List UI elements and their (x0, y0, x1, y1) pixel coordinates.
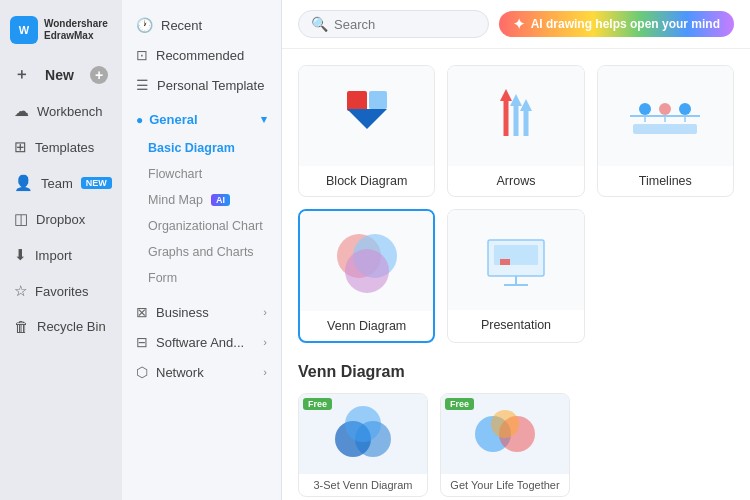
mid-graphs[interactable]: Graphs and Charts (122, 239, 281, 265)
mid-software[interactable]: ⊟ Software And... › (122, 327, 281, 357)
svg-rect-0 (347, 91, 367, 111)
personal-icon: ☰ (136, 77, 149, 93)
software-icon: ⊟ (136, 334, 148, 350)
mind-map-label: Mind Map (148, 193, 203, 207)
timelines-thumb (598, 66, 733, 166)
business-arrow-icon: › (263, 306, 267, 318)
favorites-label: Favorites (35, 284, 88, 299)
ai-banner[interactable]: ✦ AI drawing helps open your mind (499, 11, 734, 37)
svg-point-12 (679, 103, 691, 115)
brand-logo: W Wondershare EdrawMax (0, 8, 122, 56)
mid-recent[interactable]: 🕐 Recent (122, 10, 281, 40)
template-card-block-diagram[interactable]: Block Diagram (298, 65, 435, 197)
venn-section: Venn Diagram Free 3-Set Venn Diagram (298, 363, 734, 497)
template-card-presentation[interactable]: Presentation (447, 209, 584, 343)
venn-card-1[interactable]: Free 3-Set Venn Diagram (298, 393, 428, 497)
logo-letter: W (19, 24, 29, 36)
import-icon: ⬇ (14, 246, 27, 264)
search-bar[interactable]: 🔍 (298, 10, 489, 38)
mid-basic-diagram[interactable]: Basic Diagram (122, 135, 281, 161)
new-icon: ＋ (14, 65, 29, 84)
new-plus-icon: + (90, 66, 108, 84)
org-chart-label: Organizational Chart (148, 219, 263, 233)
mid-form[interactable]: Form (122, 265, 281, 291)
favorites-icon: ☆ (14, 282, 27, 300)
svg-marker-6 (520, 99, 532, 111)
team-new-badge: NEW (81, 177, 112, 189)
sidebar-item-templates[interactable]: ⊞ Templates (4, 130, 118, 164)
team-icon: 👤 (14, 174, 33, 192)
svg-rect-26 (500, 259, 510, 265)
template-card-venn[interactable]: Venn Diagram (298, 209, 435, 343)
general-section[interactable]: ● General ▾ (122, 104, 281, 135)
ai-badge: AI (211, 194, 230, 206)
graphs-label: Graphs and Charts (148, 245, 254, 259)
workbench-icon: ☁ (14, 102, 29, 120)
venn-card-2-name: Get Your Life Together (441, 474, 569, 496)
recommended-icon: ⊡ (136, 47, 148, 63)
software-label: Software And... (156, 335, 244, 350)
new-button[interactable]: ＋ New + (4, 57, 118, 92)
personal-label: Personal Template (157, 78, 264, 93)
recycle-icon: 🗑 (14, 318, 29, 335)
templates-icon: ⊞ (14, 138, 27, 156)
block-diagram-name: Block Diagram (299, 166, 434, 196)
software-arrow-icon: › (263, 336, 267, 348)
logo-icon: W (10, 16, 38, 44)
svg-marker-8 (510, 94, 522, 106)
template-grid: Block Diagram Arrows (298, 65, 734, 343)
venn-card-2-thumb: Free (441, 394, 569, 474)
ai-star-icon: ✦ (513, 16, 525, 32)
sidebar-item-team[interactable]: 👤 Team NEW (4, 166, 118, 200)
workbench-label: Workbench (37, 104, 103, 119)
recommended-label: Recommended (156, 48, 244, 63)
flowchart-label: Flowchart (148, 167, 202, 181)
venn-section-title: Venn Diagram (298, 363, 734, 381)
search-input[interactable] (334, 17, 476, 32)
form-label: Form (148, 271, 177, 285)
arrows-thumb (448, 66, 583, 166)
venn-card-2[interactable]: Free Get Your Life Together (440, 393, 570, 497)
general-chevron-icon: ▾ (261, 113, 267, 126)
mid-network[interactable]: ⬡ Network › (122, 357, 281, 387)
mid-mind-map[interactable]: Mind Map AI (122, 187, 281, 213)
free-badge-2: Free (445, 398, 474, 410)
svg-point-29 (345, 406, 381, 442)
main-header: 🔍 ✦ AI drawing helps open your mind (282, 0, 750, 49)
template-card-arrows[interactable]: Arrows (447, 65, 584, 197)
venn-card-1-thumb: Free (299, 394, 427, 474)
venn-templates: Free 3-Set Venn Diagram Free (298, 393, 734, 497)
svg-point-11 (659, 103, 671, 115)
business-icon: ⊠ (136, 304, 148, 320)
mid-org-chart[interactable]: Organizational Chart (122, 213, 281, 239)
venn-name: Venn Diagram (300, 311, 433, 341)
dropbox-label: Dropbox (36, 212, 85, 227)
sidebar-item-workbench[interactable]: ☁ Workbench (4, 94, 118, 128)
venn-card-1-name: 3-Set Venn Diagram (299, 474, 427, 496)
sidebar: W Wondershare EdrawMax ＋ New + ☁ Workben… (0, 0, 122, 500)
sidebar-item-favorites[interactable]: ☆ Favorites (4, 274, 118, 308)
search-icon: 🔍 (311, 16, 328, 32)
sidebar-item-import[interactable]: ⬇ Import (4, 238, 118, 272)
svg-point-32 (491, 410, 519, 438)
team-label: Team (41, 176, 73, 191)
sidebar-item-recycle[interactable]: 🗑 Recycle Bin (4, 310, 118, 343)
svg-rect-2 (369, 91, 387, 109)
sidebar-item-dropbox[interactable]: ◫ Dropbox (4, 202, 118, 236)
template-card-timelines[interactable]: Timelines (597, 65, 734, 197)
recycle-label: Recycle Bin (37, 319, 106, 334)
dropbox-icon: ◫ (14, 210, 28, 228)
mid-recommended[interactable]: ⊡ Recommended (122, 40, 281, 70)
presentation-thumb (448, 210, 583, 310)
general-dot-icon: ● (136, 113, 143, 127)
mid-flowchart[interactable]: Flowchart (122, 161, 281, 187)
brand-name: Wondershare EdrawMax (44, 18, 108, 42)
svg-marker-4 (500, 89, 512, 101)
new-label: New (45, 67, 74, 83)
mid-personal-template[interactable]: ☰ Personal Template (122, 70, 281, 100)
recent-icon: 🕐 (136, 17, 153, 33)
ai-banner-text: AI drawing helps open your mind (531, 17, 720, 31)
network-icon: ⬡ (136, 364, 148, 380)
svg-rect-18 (673, 124, 697, 134)
mid-business[interactable]: ⊠ Business › (122, 297, 281, 327)
